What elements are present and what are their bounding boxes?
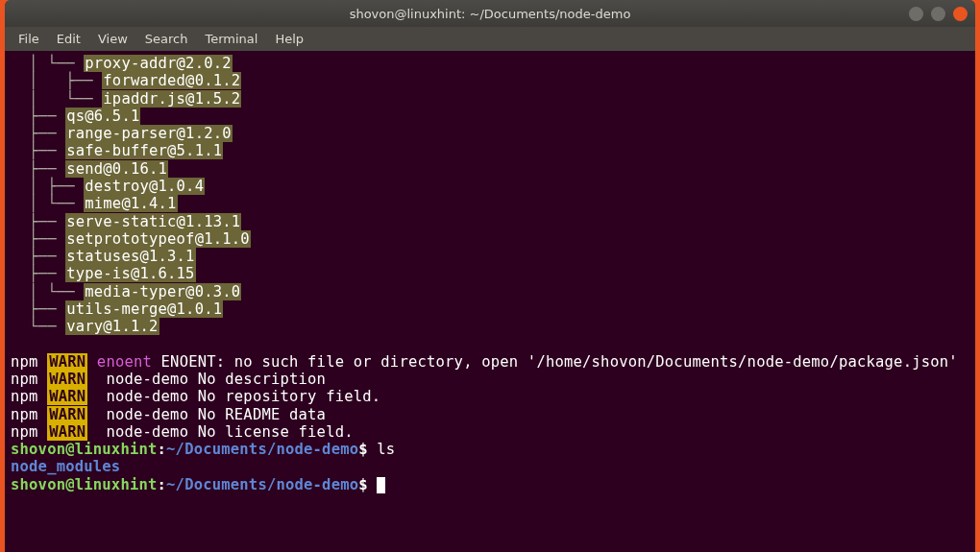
package-name: range-parser@1.2.0 [65, 125, 233, 142]
package-name: media-typer@0.3.0 [84, 283, 241, 300]
package-name: proxy-addr@2.0.2 [84, 55, 233, 72]
prompt-path: ~/Documents/node-demo [166, 476, 358, 493]
prompt-symbol: $ [358, 476, 377, 493]
prompt-user: shovon@linuxhint [11, 476, 158, 493]
tree-connector: │ └── [11, 283, 84, 300]
package-name: safe-buffer@5.1.1 [65, 142, 223, 159]
close-button[interactable] [953, 7, 968, 21]
npm-label: npm [11, 423, 38, 441]
menu-edit[interactable]: Edit [49, 30, 88, 48]
tree-connector: ├── [11, 160, 65, 178]
maximize-button[interactable] [931, 7, 945, 21]
package-name: setprototypeof@1.1.0 [65, 230, 251, 248]
tree-connector: ├── [11, 125, 65, 142]
minimize-button[interactable] [909, 7, 923, 21]
warn-badge: WARN [47, 423, 87, 441]
npm-label: npm [11, 353, 38, 371]
menu-search[interactable]: Search [137, 30, 196, 48]
prompt-colon: : [158, 476, 167, 493]
warn-badge: WARN [47, 353, 87, 371]
menu-file[interactable]: File [11, 30, 47, 48]
warn-badge: WARN [47, 371, 87, 388]
tree-line: │ ├── forwarded@0.1.2 [11, 72, 969, 89]
npm-warn-line: npm WARN node-demo No README data [11, 406, 969, 423]
window-titlebar[interactable]: shovon@linuxhint: ~/Documents/node-demo [5, 0, 975, 27]
tree-connector: ├── [11, 248, 65, 265]
tree-connector: ├── [11, 300, 65, 318]
warn-message: node-demo No README data [97, 406, 326, 423]
tree-connector: ├── [11, 265, 65, 282]
prompt-colon: : [158, 441, 167, 458]
menu-terminal[interactable]: Terminal [197, 30, 265, 48]
tree-connector: │ ├── [11, 178, 84, 195]
npm-warn-line: npm WARN node-demo No description [11, 371, 969, 388]
tree-connector: │ └── [11, 90, 102, 108]
package-name: type-is@1.6.15 [65, 265, 195, 282]
prompt-line: shovon@linuxhint:~/Documents/node-demo$ … [11, 441, 969, 458]
package-name: destroy@1.0.4 [84, 178, 205, 195]
tree-connector: ├── [11, 213, 65, 230]
npm-warn-line: npm WARN node-demo No repository field. [11, 388, 969, 405]
npm-label: npm [11, 388, 38, 405]
tree-line: ├── statuses@1.3.1 [11, 248, 969, 265]
tree-connector: │ ├── [11, 72, 102, 89]
menu-view[interactable]: View [90, 30, 135, 48]
tree-line: │ └── media-typer@0.3.0 [11, 283, 969, 300]
package-name: send@0.16.1 [65, 160, 168, 178]
tree-line: ├── type-is@1.6.15 [11, 265, 969, 282]
tree-line: │ ├── destroy@1.0.4 [11, 178, 969, 195]
warn-message: node-demo No description [97, 371, 326, 388]
command-ls: ls [377, 441, 395, 458]
package-name: vary@1.1.2 [65, 318, 159, 335]
warn-message: node-demo No license field. [97, 423, 354, 441]
ls-output-line: node_modules [11, 458, 969, 475]
tree-connector: │ └── [11, 55, 84, 72]
tree-connector: └── [11, 318, 65, 335]
tree-line: │ └── proxy-addr@2.0.2 [11, 55, 969, 72]
package-name: statuses@1.3.1 [65, 248, 195, 265]
tree-line: ├── safe-buffer@5.1.1 [11, 142, 969, 159]
tree-line: ├── range-parser@1.2.0 [11, 125, 969, 142]
prompt-symbol: $ [358, 441, 377, 458]
tree-line: │ └── ipaddr.js@1.5.2 [11, 90, 969, 108]
npm-label: npm [11, 406, 38, 423]
tree-connector: ├── [11, 230, 65, 248]
package-name: qs@6.5.1 [65, 108, 140, 125]
tree-connector: ├── [11, 142, 65, 159]
directory-name: node_modules [11, 458, 120, 475]
package-name: utils-merge@1.0.1 [65, 300, 223, 318]
package-name: forwarded@0.1.2 [102, 72, 241, 89]
warn-badge: WARN [47, 406, 87, 423]
warn-tag: enoent [97, 353, 152, 371]
tree-line: ├── qs@6.5.1 [11, 108, 969, 125]
npm-label: npm [11, 371, 38, 388]
menubar: File Edit View Search Terminal Help [5, 27, 975, 51]
tree-line: ├── serve-static@1.13.1 [11, 213, 969, 230]
tree-line: └── vary@1.1.2 [11, 318, 969, 335]
cursor [377, 477, 385, 493]
tree-line: ├── setprototypeof@1.1.0 [11, 230, 969, 248]
warn-badge: WARN [47, 388, 87, 405]
warn-message: node-demo No repository field. [97, 388, 381, 405]
tree-line: ├── utils-merge@1.0.1 [11, 300, 969, 318]
npm-warn-line: npm WARN node-demo No license field. [11, 423, 969, 441]
window-controls [909, 7, 968, 21]
package-name: ipaddr.js@1.5.2 [102, 90, 241, 108]
prompt-path: ~/Documents/node-demo [166, 441, 358, 458]
tree-line: ├── send@0.16.1 [11, 160, 969, 178]
npm-warn-line: npm WARN enoent ENOENT: no such file or … [11, 353, 969, 371]
tree-connector: ├── [11, 108, 65, 125]
prompt-line: shovon@linuxhint:~/Documents/node-demo$ [11, 476, 969, 493]
tree-connector: │ └── [11, 195, 84, 212]
package-name: mime@1.4.1 [84, 195, 177, 212]
package-name: serve-static@1.13.1 [65, 213, 241, 230]
prompt-user: shovon@linuxhint [11, 441, 158, 458]
warn-message: ENOENT: no such file or directory, open … [152, 353, 958, 371]
window-title: shovon@linuxhint: ~/Documents/node-demo [350, 7, 631, 21]
terminal-content-area[interactable]: │ └── proxy-addr@2.0.2 │ ├── forwarded@0… [5, 51, 975, 552]
tree-line: │ └── mime@1.4.1 [11, 195, 969, 212]
blank-line [11, 336, 969, 353]
terminal-window: shovon@linuxhint: ~/Documents/node-demo … [5, 0, 975, 552]
menu-help[interactable]: Help [267, 30, 311, 48]
